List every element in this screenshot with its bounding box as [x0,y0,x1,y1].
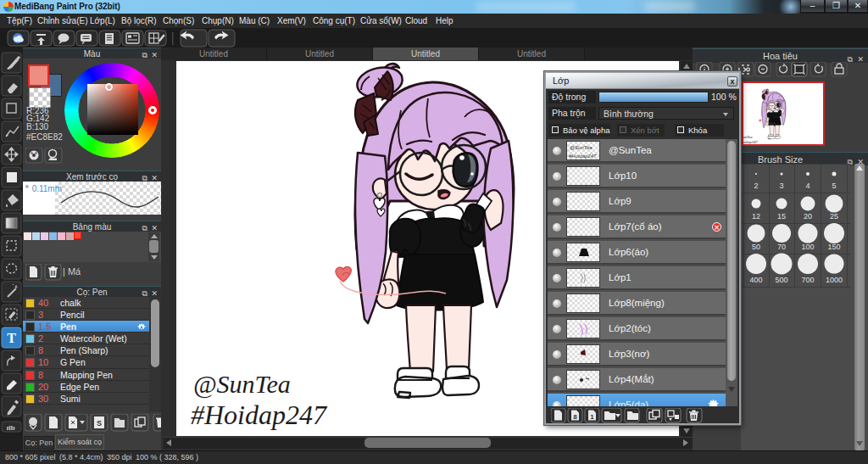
svg-text:700: 700 [801,276,814,284]
svg-text:12: 12 [752,212,760,221]
svg-text:#Hoidap247: #Hoidap247 [569,154,597,159]
svg-text:8: 8 [573,413,577,421]
svg-text:2: 2 [754,182,758,190]
svg-text:@SunTea: @SunTea [570,145,593,150]
svg-text:1000: 1000 [826,276,843,284]
svg-text:3: 3 [779,182,783,190]
svg-text:4: 4 [805,182,810,190]
svg-text:@SunTea: @SunTea [193,370,291,399]
svg-text:500: 500 [775,276,787,284]
svg-text:1: 1 [590,413,594,421]
svg-text:T: T [7,331,16,345]
svg-text:5: 5 [832,182,836,190]
svg-text:15: 15 [777,212,786,221]
svg-text:S: S [97,419,102,428]
svg-text:25: 25 [830,212,838,221]
svg-text:400: 400 [749,276,762,284]
svg-text:#Hoidap247: #Hoidap247 [191,400,328,430]
svg-text:50: 50 [752,243,760,251]
svg-text:70: 70 [777,243,786,251]
svg-text:100: 100 [801,243,814,251]
svg-text:20: 20 [804,212,812,221]
svg-text:150: 150 [827,243,840,251]
